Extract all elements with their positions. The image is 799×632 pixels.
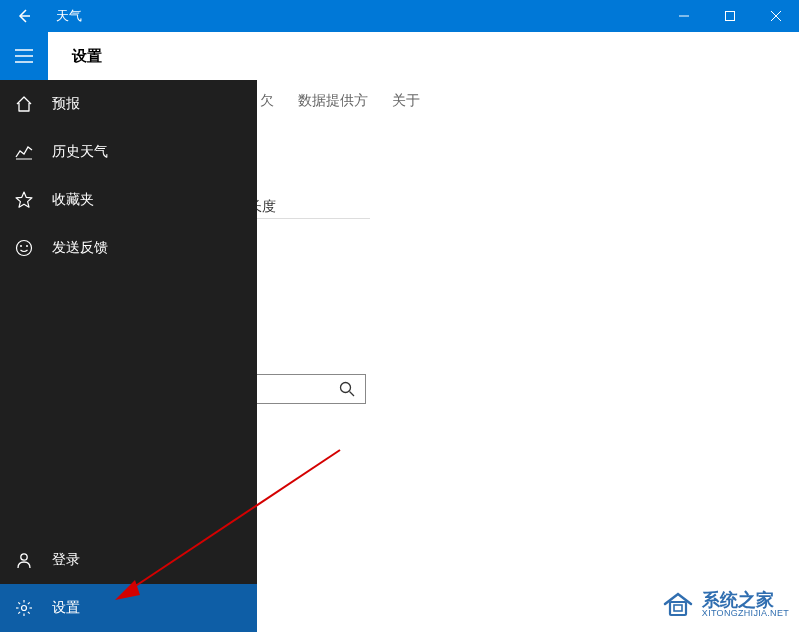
tab-about[interactable]: 关于: [392, 92, 420, 110]
nav-label: 设置: [48, 599, 80, 617]
nav-item-forecast[interactable]: 预报: [0, 80, 257, 128]
person-icon: [0, 551, 48, 569]
svg-line-9: [350, 392, 355, 397]
close-icon: [771, 11, 781, 21]
gear-icon: [0, 599, 48, 617]
nav-bottom: 登录 设置: [0, 536, 257, 632]
nav-label: 登录: [48, 551, 80, 569]
svg-point-13: [26, 245, 28, 247]
nav-label: 历史天气: [48, 143, 108, 161]
maximize-icon: [725, 11, 735, 21]
nav-item-login[interactable]: 登录: [0, 536, 257, 584]
svg-line-21: [28, 612, 30, 614]
chart-icon: [0, 143, 48, 161]
window-controls: [661, 0, 799, 32]
watermark-logo-icon: [660, 586, 696, 622]
page-title: 设置: [48, 47, 102, 66]
watermark-sub: XITONGZHIJIA.NET: [702, 609, 789, 618]
subheader: 设置: [0, 32, 799, 80]
minimize-icon: [679, 11, 689, 21]
watermark: 系统之家 XITONGZHIJIA.NET: [660, 586, 789, 622]
back-button[interactable]: [0, 0, 48, 32]
nav-item-favorites[interactable]: 收藏夹: [0, 176, 257, 224]
minimize-button[interactable]: [661, 0, 707, 32]
nav-label: 发送反馈: [48, 239, 108, 257]
svg-point-8: [341, 383, 351, 393]
svg-point-12: [20, 245, 22, 247]
svg-point-11: [17, 241, 32, 256]
svg-line-23: [18, 612, 20, 614]
search-icon: [339, 381, 355, 397]
back-arrow-icon: [16, 8, 32, 24]
tab-partial-1[interactable]: 欠: [260, 92, 274, 110]
close-button[interactable]: [753, 0, 799, 32]
titlebar: 天气: [0, 0, 799, 32]
nav-label: 收藏夹: [48, 191, 94, 209]
hamburger-button[interactable]: [0, 32, 48, 80]
nav-top: 预报 历史天气 收藏夹 发送反馈: [0, 80, 257, 536]
home-icon: [0, 95, 48, 113]
svg-rect-2: [726, 12, 735, 21]
nav-item-history[interactable]: 历史天气: [0, 128, 257, 176]
svg-rect-26: [670, 602, 686, 615]
svg-point-15: [22, 606, 27, 611]
svg-point-14: [21, 554, 27, 560]
nav-item-feedback[interactable]: 发送反馈: [0, 224, 257, 272]
nav-label: 预报: [48, 95, 80, 113]
nav-item-settings[interactable]: 设置: [0, 584, 257, 632]
svg-rect-27: [674, 605, 682, 611]
nav-panel: 预报 历史天气 收藏夹 发送反馈 登录: [0, 80, 257, 632]
search-input[interactable]: [256, 374, 366, 404]
smile-icon: [0, 239, 48, 257]
app-title: 天气: [48, 7, 661, 25]
maximize-button[interactable]: [707, 0, 753, 32]
svg-line-20: [18, 602, 20, 604]
star-icon: [0, 191, 48, 209]
watermark-main: 系统之家: [702, 591, 789, 609]
svg-line-22: [28, 602, 30, 604]
tab-data-provider[interactable]: 数据提供方: [298, 92, 368, 110]
hamburger-icon: [15, 49, 33, 63]
